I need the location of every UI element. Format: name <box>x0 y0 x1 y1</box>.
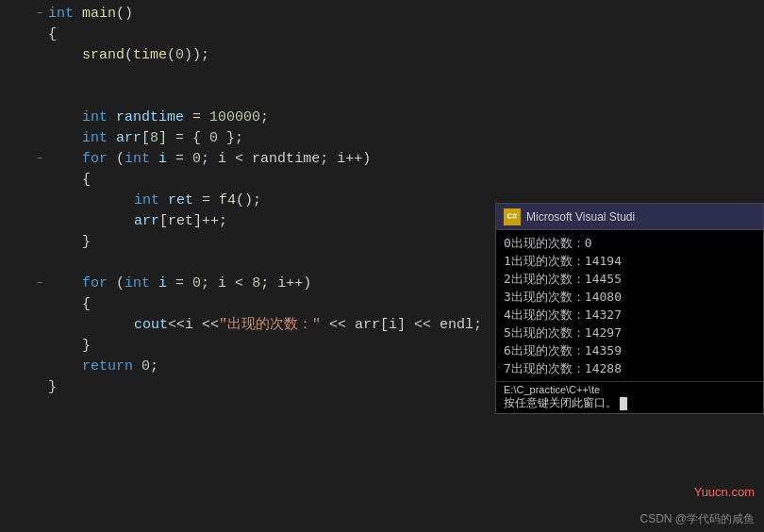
fold-icon-8[interactable]: − <box>33 153 46 166</box>
output-press-hint: 按任意键关闭此窗口。 <box>504 395 756 411</box>
code-line-7: int arr[8] = { 0 }; <box>33 128 764 149</box>
fn-main: main <box>82 4 116 25</box>
output-title: Microsoft Visual Studi <box>526 210 635 224</box>
output-line-5: 5出现的次数：14297 <box>504 324 756 341</box>
fold-icon-3 <box>33 49 46 62</box>
output-footer: E:\C_practice\C++\te 按任意键关闭此窗口。 <box>496 381 763 413</box>
watermark: Yuucn.com <box>694 485 755 499</box>
code-line-4 <box>33 66 764 87</box>
output-path: E:\C_practice\C++\te <box>504 384 756 395</box>
output-titlebar: C# Microsoft Visual Studi <box>496 204 763 230</box>
code-line-9: { <box>33 170 764 191</box>
output-line-3: 3出现的次数：14080 <box>504 288 756 306</box>
kw-int-1: int <box>48 4 82 25</box>
code-line-6: int randtime = 100000; <box>33 108 764 128</box>
code-line-2: { <box>33 25 764 45</box>
output-window: C# Microsoft Visual Studi 0出现的次数：0 1出现的次… <box>495 203 764 414</box>
output-line-6: 6出现的次数：14359 <box>504 341 756 359</box>
output-line-0: 0出现的次数：0 <box>504 234 756 252</box>
code-line-3: srand(time(0)); <box>33 45 764 66</box>
output-line-4: 4出现的次数：14327 <box>504 306 756 324</box>
output-line-7: 7出现的次数：14288 <box>504 359 756 377</box>
fold-icon-1[interactable]: − <box>33 8 46 21</box>
fold-icon-2 <box>33 28 46 42</box>
vs-icon: C# <box>504 208 521 225</box>
code-line-1: − int main() <box>33 4 764 25</box>
cursor <box>620 397 627 410</box>
output-body: 0出现的次数：0 1出现的次数：14194 2出现的次数：14455 3出现的次… <box>496 230 763 381</box>
code-line-5 <box>33 87 764 108</box>
code-line-8: − for (int i = 0; i < randtime; i++) <box>33 149 764 170</box>
csdn-label: CSDN @学代码的咸鱼 <box>639 511 755 527</box>
output-line-1: 1出现的次数：14194 <box>504 252 756 270</box>
fold-icon-14[interactable]: − <box>33 277 46 291</box>
output-line-2: 2出现的次数：14455 <box>504 270 756 288</box>
